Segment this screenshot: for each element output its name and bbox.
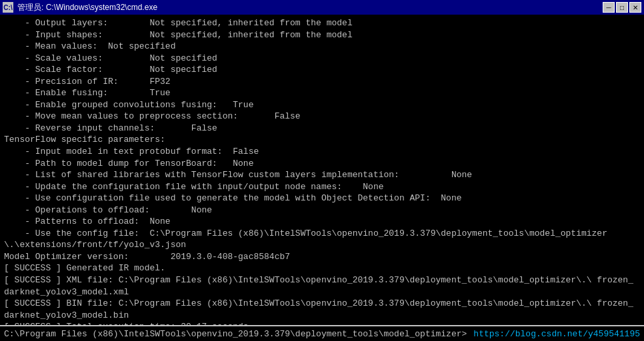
terminal-line: darknet_yolov3_model.xml — [4, 286, 640, 298]
terminal-line: - Reverse input channels: False — [4, 123, 640, 135]
terminal-line: - Operations to offload: None — [4, 204, 640, 216]
terminal-line: - Input shapes: Not specified, inherited… — [4, 29, 640, 41]
terminal-line: TensorFlow specific parameters: — [4, 134, 640, 146]
blog-link[interactable]: https://blog.csdn.net/y459541195 — [473, 329, 640, 339]
terminal-line: - Move mean values to preprocess section… — [4, 111, 640, 123]
maximize-button[interactable]: □ — [616, 2, 628, 13]
terminal-line: - Patterns to offload: None — [4, 216, 640, 228]
terminal-line: - Enable grouped convolutions fusing: Tr… — [4, 99, 640, 111]
terminal-line: - Input model in text protobuf format: F… — [4, 146, 640, 158]
terminal-line: - Update the configuration file with inp… — [4, 181, 640, 193]
status-bar: C:\Program Files (x86)\IntelSWTools\open… — [0, 325, 644, 341]
title-bar: C:\ 管理员: C:\Windows\system32\cmd.exe ─ □… — [0, 0, 644, 15]
terminal-line: Model Optimizer version: 2019.3.0-408-ga… — [4, 251, 640, 263]
terminal-line: - Use the config file: C:\Program Files … — [4, 228, 640, 240]
terminal-line: - Use configuration file used to generat… — [4, 192, 640, 204]
terminal-line: [ SUCCESS ] BIN file: C:\Program Files (… — [4, 298, 640, 310]
terminal-line: - Scale factor: Not specified — [4, 64, 640, 76]
terminal-output: - Output layers: Not specified, inherite… — [0, 15, 644, 325]
title-bar-left: C:\ 管理员: C:\Windows\system32\cmd.exe — [3, 2, 157, 13]
minimize-button[interactable]: ─ — [603, 2, 615, 13]
terminal-line: - Precision of IR: FP32 — [4, 76, 640, 88]
terminal-line: - Scale values: Not specified — [4, 53, 640, 65]
terminal-line: [ SUCCESS ] Generated IR model. — [4, 262, 640, 274]
terminal-line: - List of shared libraries with TensorFl… — [4, 169, 640, 181]
cmd-icon: C:\ — [3, 2, 13, 13]
current-path: C:\Program Files (x86)\IntelSWTools\open… — [4, 329, 467, 339]
terminal-line: darknet_yolov3_model.bin — [4, 310, 640, 322]
terminal-line: \.\extensions/front/tf/yolo_v3.json — [4, 239, 640, 251]
title-text: 管理员: C:\Windows\system32\cmd.exe — [17, 2, 157, 13]
close-button[interactable]: ✕ — [629, 2, 641, 13]
terminal-line: - Output layers: Not specified, inherite… — [4, 17, 640, 29]
terminal-line: - Enable fusing: True — [4, 87, 640, 99]
terminal-line: - Path to model dump for TensorBoard: No… — [4, 158, 640, 170]
title-bar-controls: ─ □ ✕ — [603, 2, 641, 13]
terminal-line: - Mean values: Not specified — [4, 41, 640, 53]
terminal-line: [ SUCCESS ] XML file: C:\Program Files (… — [4, 274, 640, 286]
